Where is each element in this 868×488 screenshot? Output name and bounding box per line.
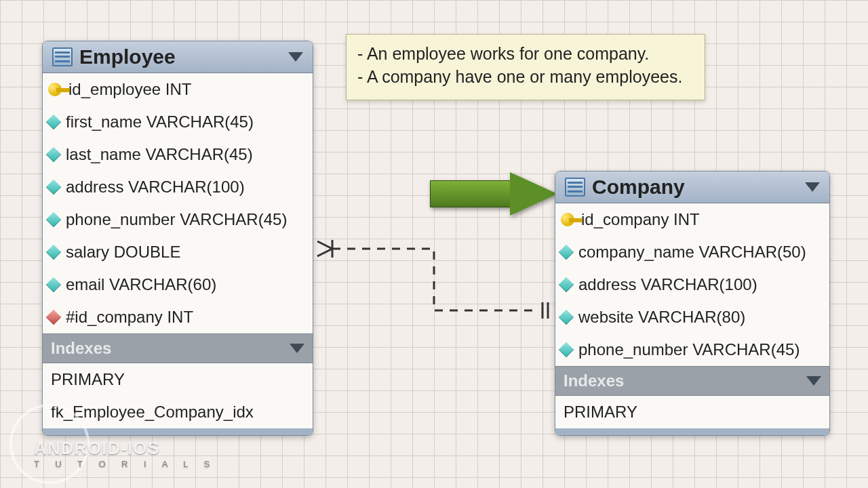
collapse-icon[interactable] (290, 344, 304, 353)
column-label: phone_number VARCHAR(45) (66, 210, 287, 229)
column-row[interactable]: last_name VARCHAR(45) (43, 138, 313, 171)
primary-key-icon (561, 213, 574, 226)
index-row[interactable]: PRIMARY (555, 396, 829, 428)
index-name: PRIMARY (564, 403, 637, 422)
column-label: #id_company INT (66, 308, 193, 327)
column-label: phone_number VARCHAR(45) (578, 340, 800, 359)
column-row[interactable]: id_employee INT (43, 73, 313, 106)
table-icon (565, 178, 585, 197)
column-icon (46, 245, 62, 260)
foreign-key-icon (46, 310, 62, 325)
column-icon (559, 342, 574, 358)
table-employee-header[interactable]: Employee (43, 41, 313, 73)
column-row[interactable]: #id_company INT (43, 301, 313, 333)
column-label: salary DOUBLE (66, 243, 180, 262)
note-box: - An employee works for one company. - A… (346, 34, 705, 100)
collapse-icon[interactable] (805, 182, 820, 192)
column-icon (559, 245, 574, 260)
watermark-title: ANDROID-IOS (34, 438, 216, 459)
column-row[interactable]: address VARCHAR(100) (555, 268, 829, 301)
index-row[interactable]: PRIMARY (43, 363, 313, 396)
indexes-header[interactable]: Indexes (43, 333, 313, 363)
watermark: ANDROID-IOS T U T O R I A L S (34, 438, 216, 469)
watermark-subtitle: T U T O R I A L S (34, 459, 216, 469)
table-company-columns: id_company INT company_name VARCHAR(50) … (555, 203, 829, 366)
collapse-icon[interactable] (806, 376, 821, 386)
arrow-icon (430, 174, 559, 213)
table-employee-title: Employee (79, 45, 176, 68)
column-icon (559, 310, 574, 325)
column-row[interactable]: website VARCHAR(80) (555, 301, 829, 333)
column-label: website VARCHAR(80) (578, 308, 745, 327)
column-label: last_name VARCHAR(45) (66, 145, 253, 164)
relationship-connector (312, 237, 556, 325)
table-company[interactable]: Company id_company INT company_name VARC… (555, 171, 830, 436)
column-label: id_company INT (581, 210, 700, 229)
indexes-header[interactable]: Indexes (555, 366, 829, 396)
index-name: fk_Employee_Company_idx (51, 403, 254, 422)
column-row[interactable]: first_name VARCHAR(45) (43, 106, 313, 138)
column-label: address VARCHAR(100) (578, 275, 757, 294)
column-icon (46, 212, 62, 228)
column-label: company_name VARCHAR(50) (578, 243, 806, 262)
column-label: email VARCHAR(60) (66, 275, 216, 294)
svg-line-1 (317, 249, 332, 256)
note-line-1: - An employee works for one company. (357, 43, 694, 66)
svg-line-0 (317, 241, 332, 249)
erd-canvas[interactable]: - An employee works for one company. - A… (0, 0, 868, 488)
column-icon (559, 277, 574, 293)
table-icon (52, 47, 73, 66)
primary-key-icon (48, 83, 62, 96)
column-icon (46, 180, 62, 195)
table-company-title: Company (592, 176, 685, 199)
index-name: PRIMARY (51, 370, 125, 389)
column-row[interactable]: company_name VARCHAR(50) (555, 236, 829, 268)
column-icon (46, 147, 62, 163)
column-icon (46, 277, 62, 293)
column-icon (46, 115, 62, 130)
collapse-icon[interactable] (288, 52, 303, 62)
table-company-header[interactable]: Company (555, 171, 829, 203)
table-footer (555, 428, 829, 435)
indexes-label: Indexes (564, 371, 624, 390)
column-row[interactable]: phone_number VARCHAR(45) (43, 203, 313, 236)
column-label: first_name VARCHAR(45) (66, 113, 254, 131)
table-employee-columns: id_employee INT first_name VARCHAR(45) l… (43, 73, 313, 333)
column-label: address VARCHAR(100) (66, 178, 245, 197)
column-row[interactable]: email VARCHAR(60) (43, 268, 313, 301)
note-line-2: - A company have one or many employees. (357, 66, 694, 89)
table-employee[interactable]: Employee id_employee INT first_name VARC… (42, 41, 313, 436)
column-label: id_employee INT (68, 80, 191, 99)
indexes-label: Indexes (51, 339, 111, 358)
column-row[interactable]: salary DOUBLE (43, 236, 313, 268)
column-row[interactable]: address VARCHAR(100) (43, 171, 313, 203)
column-row[interactable]: phone_number VARCHAR(45) (555, 333, 829, 366)
column-row[interactable]: id_company INT (555, 203, 829, 236)
